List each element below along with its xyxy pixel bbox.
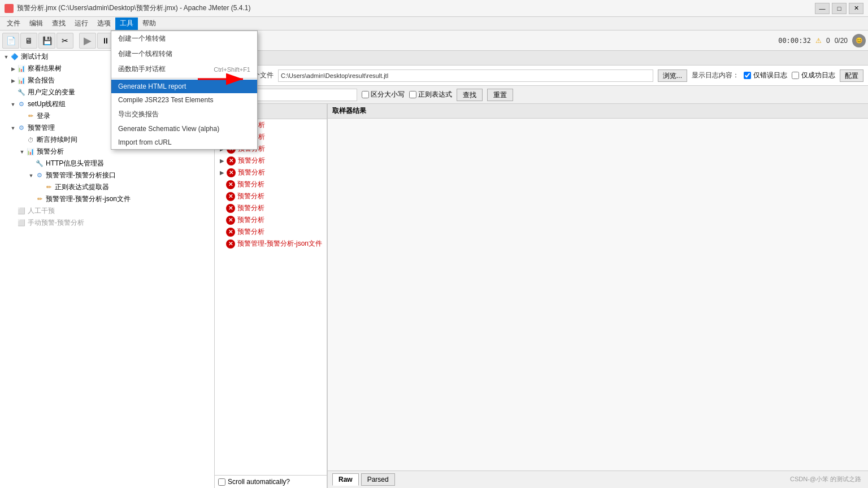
- close-button[interactable]: ✕: [849, 3, 863, 14]
- scroll-auto-checkbox[interactable]: [218, 478, 225, 486]
- toolbar-binoculars[interactable]: 🔍: [133, 33, 150, 49]
- expand-icon[interactable]: ▶: [217, 133, 226, 142]
- sidebar-item-login[interactable]: ▶ ✏ 登录: [0, 110, 214, 122]
- menu-bar: 文件 编辑 查找 运行 选项 工具 帮助: [0, 17, 868, 30]
- menu-edit[interactable]: 编辑: [25, 18, 47, 30]
- item-label: 预警分析: [237, 215, 264, 225]
- toolbar-run[interactable]: ▶: [79, 33, 96, 49]
- error-log-label: 仅错误日志: [753, 71, 787, 80]
- sampler-result-footer: Raw Parsed: [328, 470, 868, 488]
- sidebar-item-setup[interactable]: ▼ ⚙ setUp线程组: [0, 98, 214, 110]
- list-item[interactable]: ✕ 预警分析: [215, 190, 327, 202]
- sidebar-item-variable[interactable]: ▶ 🔧 用户定义的变量: [0, 86, 214, 98]
- toggle-resulttree[interactable]: ▶: [9, 65, 17, 73]
- sidebar-item-aggregate[interactable]: ▶ 📊 聚合报告: [0, 75, 214, 86]
- toolbar-broom[interactable]: 🧹: [151, 33, 168, 49]
- toggle-warningmgmt[interactable]: ▼: [9, 124, 17, 132]
- item-label: 预警分析: [238, 132, 265, 142]
- error-icon: ✕: [226, 204, 235, 213]
- log-path-input[interactable]: [278, 69, 653, 82]
- scroll-auto-area: Scroll automatically?: [215, 475, 327, 488]
- label-resulttree: 察看结果树: [28, 64, 62, 73]
- sampler-result-title: 取样器结果: [332, 107, 366, 115]
- list-item[interactable]: ▶ ✕ 预警分析: [215, 143, 327, 155]
- menu-file[interactable]: 文件: [2, 18, 25, 30]
- sidebar-item-interface[interactable]: ▼ ⚙ 预警管理-预警分析接口: [0, 169, 214, 181]
- maximize-button[interactable]: □: [832, 3, 847, 14]
- list-item[interactable]: ✕ 预警分析: [215, 178, 327, 190]
- item-label: 预警分析: [237, 203, 264, 213]
- case-sensitive-checkbox[interactable]: [362, 91, 369, 98]
- config-button[interactable]: 配置: [840, 69, 863, 82]
- raw-tab[interactable]: Raw: [332, 473, 359, 486]
- sidebar-item-httpmgr[interactable]: ▶ 🔧 HTTP信息头管理器: [0, 158, 214, 169]
- list-item[interactable]: ▶ ✕ 预警分析: [215, 131, 327, 143]
- toolbar-cut[interactable]: ✂: [57, 33, 73, 49]
- content-area: 察看结果树 每次写入一个文件 浏览... 显示日志内容： 仅错误日志 仅成功日志…: [215, 51, 868, 488]
- search-input[interactable]: [244, 89, 357, 101]
- expand-icon[interactable]: ▶: [217, 121, 226, 130]
- list-item[interactable]: ✕ 预警分析: [215, 202, 327, 214]
- parsed-tab[interactable]: Parsed: [361, 473, 395, 486]
- list-item[interactable]: ▶ ✕ 预警分析: [215, 155, 327, 167]
- menu-help[interactable]: 帮助: [138, 18, 160, 30]
- toolbar-pause[interactable]: ⏸: [97, 33, 114, 49]
- regex-checkbox[interactable]: [409, 91, 416, 98]
- toggle-aggregate[interactable]: ▶: [9, 77, 17, 85]
- sidebar-item-warningmgmt[interactable]: ▼ ⚙ 预警管理: [0, 122, 214, 134]
- toggle-interface[interactable]: ▼: [27, 172, 35, 180]
- list-item[interactable]: ✕ 预警分析: [215, 226, 327, 238]
- sidebar-item-regex[interactable]: ▶ ✏ 正则表达式提取器: [0, 181, 214, 193]
- list-item[interactable]: ✕ 预警分析: [215, 214, 327, 226]
- expand-icon[interactable]: ▶: [217, 168, 226, 177]
- error-log-checkbox[interactable]: [744, 72, 751, 79]
- browse-button[interactable]: 浏览...: [658, 69, 687, 82]
- label-jsonfile: 预警管理-预警分析-json文件: [46, 194, 131, 204]
- icon-testplan: 🔷: [10, 53, 19, 62]
- minimize-button[interactable]: —: [815, 3, 830, 14]
- icon-manualanalysis: ⬜: [17, 219, 26, 228]
- toolbar-save[interactable]: 💾: [38, 33, 55, 49]
- toolbar-open[interactable]: 🖥: [20, 33, 37, 49]
- result-tree-title: 察看结果树: [219, 53, 253, 63]
- icon-regex: ✏: [44, 183, 53, 192]
- sampler-result-pane: 取样器结果 Raw Parsed: [328, 104, 868, 488]
- toolbar-settings[interactable]: ⚙: [170, 33, 186, 49]
- reset-button[interactable]: 重置: [487, 89, 513, 101]
- regex-label: 正则表达式: [418, 90, 452, 99]
- sidebar-item-jsonfile[interactable]: ▶ ✏ 预警管理-预警分析-json文件: [0, 193, 214, 205]
- toolbar-stop[interactable]: ⏹: [115, 33, 132, 49]
- log-label: 每次写入一个文件: [219, 71, 274, 80]
- menu-find[interactable]: 查找: [47, 18, 70, 30]
- toggle-setup[interactable]: ▼: [9, 101, 17, 108]
- sidebar-item-manualanalysis[interactable]: ▶ ⬜ 手动预警-预警分析: [0, 217, 214, 229]
- text-type-select[interactable]: Text ▼: [217, 105, 242, 117]
- menu-tools[interactable]: 工具: [115, 18, 138, 30]
- toolbar: 📄 🖥 💾 ✂ ▶ ⏸ ⏹ 🔍 🧹 ⚙ ❓ 00:00:32 ⚠ 0 0/20 …: [0, 30, 868, 51]
- list-item[interactable]: ✕ 预警管理-预警分析-json文件: [215, 238, 327, 250]
- toolbar-new[interactable]: 📄: [2, 33, 19, 49]
- search-button[interactable]: 查找: [457, 89, 483, 101]
- icon-resulttree: 📊: [17, 64, 26, 73]
- sidebar-item-timer[interactable]: ▶ ⏱ 断言持续时间: [0, 134, 214, 146]
- toolbar-help[interactable]: ❓: [188, 33, 205, 49]
- menu-run[interactable]: 运行: [70, 18, 93, 30]
- toggle-testplan[interactable]: ▼: [2, 53, 10, 61]
- error-icon: ✕: [226, 180, 235, 189]
- expand-icon[interactable]: ▶: [217, 145, 226, 154]
- sidebar-item-manual[interactable]: ▶ ⬜ 人工干预: [0, 205, 214, 217]
- split-pane: Text ▼ ▶ ✕ 预警分析 ▶ ✕ 预警分析: [215, 104, 868, 488]
- menu-options[interactable]: 选项: [93, 18, 115, 30]
- success-log-checkbox[interactable]: [792, 72, 799, 79]
- sidebar-item-analysis[interactable]: ▼ 📊 预警分析: [0, 146, 214, 158]
- expand-icon[interactable]: ▶: [217, 156, 226, 165]
- scroll-auto-label: Scroll automatically?: [228, 478, 290, 486]
- list-item[interactable]: ▶ ✕ 预警分析: [215, 119, 327, 131]
- label-interface: 预警管理-预警分析接口: [46, 171, 116, 180]
- toggle-analysis[interactable]: ▼: [18, 148, 26, 156]
- sidebar-item-resulttree[interactable]: ▶ 📊 察看结果树: [0, 63, 214, 75]
- list-item[interactable]: ▶ ✕ 预警分析: [215, 167, 327, 178]
- error-icon: ✕: [226, 216, 235, 225]
- sidebar-item-testplan[interactable]: ▼ 🔷 测试计划: [0, 51, 214, 63]
- item-label: 预警分析: [237, 180, 264, 189]
